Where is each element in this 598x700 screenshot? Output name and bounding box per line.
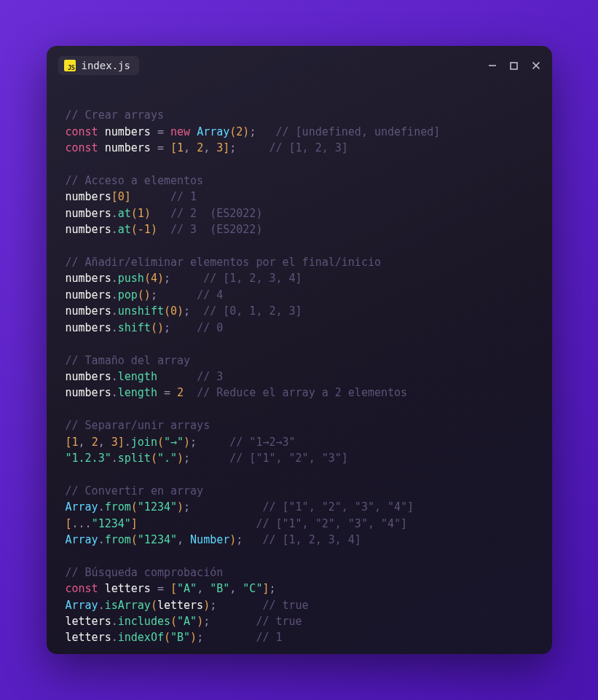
file-tab[interactable]: JS index.js <box>58 56 139 75</box>
comment: // [undefined, undefined] <box>276 125 441 138</box>
window-controls <box>487 60 542 71</box>
comment: // Tamaño del array <box>66 354 191 367</box>
comment: // Separar/unir arrays <box>66 419 211 432</box>
comment: // Añadir/eliminar elementos por el fina… <box>66 256 381 269</box>
identifier: numbers <box>105 125 151 138</box>
minimize-icon[interactable] <box>487 60 498 71</box>
svg-rect-1 <box>511 63 517 69</box>
class-name: Array <box>197 125 229 138</box>
comment: // Crear arrays <box>66 109 164 122</box>
file-tab-label: index.js <box>82 60 130 71</box>
comment: // Búsqueda comprobación <box>66 566 224 579</box>
code-content: // Crear arrays const numbers = new Arra… <box>47 78 552 654</box>
editor-window: JS index.js // Crear arrays const number… <box>47 46 552 654</box>
comment: // Convertir en array <box>66 484 204 498</box>
titlebar: JS index.js <box>47 46 552 78</box>
maximize-icon[interactable] <box>508 60 520 71</box>
number: 2 <box>236 125 243 138</box>
comment: // Acceso a elementos <box>66 174 204 187</box>
keyword: const <box>66 125 98 138</box>
close-icon[interactable] <box>530 60 542 71</box>
js-file-icon: JS <box>64 60 76 71</box>
